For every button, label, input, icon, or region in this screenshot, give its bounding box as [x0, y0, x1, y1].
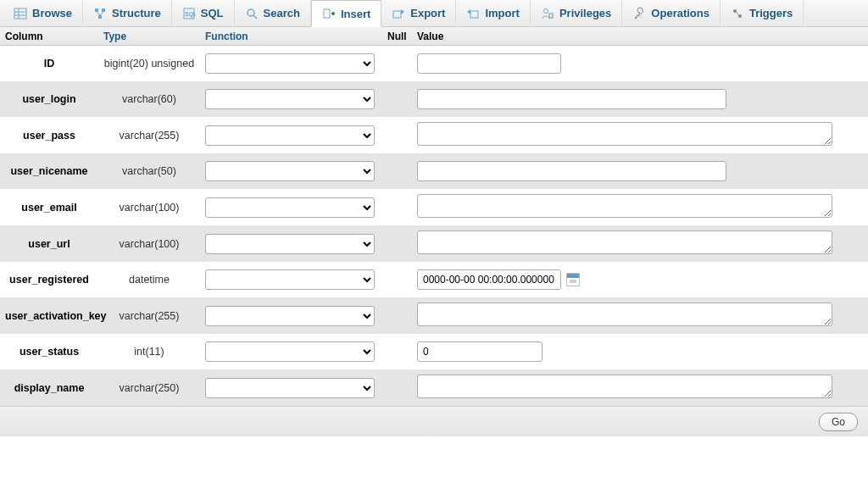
table-row: user_loginvarchar(60)	[0, 81, 868, 117]
column-name: user_nicename	[3, 165, 103, 177]
tab-export[interactable]: Export	[381, 0, 456, 27]
value-input[interactable]	[417, 89, 726, 109]
function-select[interactable]	[205, 125, 375, 146]
tab-label: Privileges	[559, 7, 611, 19]
table-row: user_registereddatetime	[0, 262, 868, 297]
svg-point-11	[248, 9, 254, 16]
tab-browse[interactable]: Browse	[3, 0, 83, 27]
column-type: varchar(60)	[103, 93, 205, 105]
tab-structure[interactable]: Structure	[83, 0, 172, 27]
column-type: varchar(250)	[103, 382, 205, 394]
value-cell	[417, 194, 865, 220]
value-cell	[417, 341, 865, 362]
value-input[interactable]	[417, 341, 542, 362]
column-type: varchar(100)	[103, 238, 205, 250]
table-row: user_nicenamevarchar(50)	[0, 153, 868, 189]
tab-triggers[interactable]: Triggers	[721, 0, 804, 27]
value-textarea[interactable]	[417, 194, 832, 218]
header-function[interactable]: Function	[205, 31, 387, 42]
value-input[interactable]	[417, 53, 561, 74]
function-select[interactable]	[205, 197, 375, 218]
insert-icon	[322, 7, 336, 20]
tab-bar: Browse Structure SQL SQL Search Insert E…	[0, 0, 868, 27]
column-name: user_email	[3, 202, 103, 214]
svg-rect-13	[324, 9, 330, 18]
svg-rect-17	[470, 11, 478, 18]
table-row: display_namevarchar(250)	[0, 369, 868, 406]
column-name: user_pass	[3, 130, 103, 142]
triggers-icon	[731, 7, 744, 20]
column-type: varchar(100)	[103, 202, 205, 214]
column-type: varchar(255)	[103, 310, 205, 322]
structure-icon	[93, 7, 107, 20]
function-select[interactable]	[205, 269, 375, 290]
value-cell	[417, 230, 865, 257]
column-type: int(11)	[103, 346, 205, 358]
value-input[interactable]	[417, 161, 726, 181]
value-cell	[417, 303, 865, 329]
tab-import[interactable]: Import	[456, 0, 530, 27]
tab-insert[interactable]: Insert	[311, 0, 381, 27]
function-select[interactable]	[205, 89, 375, 109]
svg-point-18	[543, 8, 548, 13]
svg-line-12	[253, 15, 257, 19]
function-select[interactable]	[205, 341, 375, 362]
function-select[interactable]	[205, 306, 375, 326]
table-header: Column Type Function Null Value	[0, 27, 868, 46]
column-name: ID	[3, 58, 103, 69]
value-input[interactable]	[417, 269, 561, 290]
column-name: user_registered	[3, 274, 103, 286]
tab-label: Structure	[112, 7, 161, 19]
tab-label: Triggers	[749, 7, 793, 19]
value-cell	[417, 269, 865, 290]
tab-sql[interactable]: SQL SQL	[172, 0, 235, 27]
tab-search[interactable]: Search	[235, 0, 311, 27]
svg-rect-0	[14, 8, 26, 19]
calendar-icon[interactable]	[566, 273, 580, 286]
value-textarea[interactable]	[417, 230, 832, 254]
table-row: IDbigint(20) unsigned	[0, 46, 868, 81]
value-textarea[interactable]	[417, 375, 832, 398]
footer-bar: Go	[0, 406, 868, 436]
table-row: user_activation_keyvarchar(255)	[0, 297, 868, 334]
value-textarea[interactable]	[417, 303, 832, 326]
svg-rect-16	[393, 11, 401, 18]
svg-rect-5	[102, 8, 105, 12]
tab-privileges[interactable]: Privileges	[531, 0, 622, 27]
column-type: varchar(50)	[103, 165, 205, 177]
go-button[interactable]: Go	[819, 413, 858, 431]
function-select[interactable]	[205, 378, 375, 398]
tab-label: Operations	[651, 7, 709, 19]
function-select[interactable]	[205, 161, 375, 181]
column-name: user_activation_key	[3, 310, 103, 322]
svg-line-7	[97, 12, 100, 15]
tab-label: Export	[410, 7, 445, 19]
tab-label: SQL	[201, 7, 224, 19]
svg-rect-6	[98, 15, 102, 19]
column-type: varchar(255)	[103, 130, 205, 142]
function-select[interactable]	[205, 234, 375, 254]
header-column: Column	[3, 31, 103, 42]
column-name: user_status	[3, 346, 103, 358]
table-icon	[14, 7, 27, 20]
sql-icon: SQL	[182, 7, 196, 20]
header-type[interactable]: Type	[103, 31, 205, 42]
search-icon	[245, 7, 259, 20]
table-row: user_emailvarchar(100)	[0, 189, 868, 225]
header-value: Value	[417, 31, 868, 42]
tab-operations[interactable]: Operations	[622, 0, 721, 27]
tab-label: Search	[264, 7, 300, 19]
table-row: user_statusint(11)	[0, 334, 868, 369]
column-name: user_url	[3, 238, 103, 250]
header-null: Null	[387, 31, 417, 42]
function-select[interactable]	[205, 53, 375, 74]
privileges-icon	[541, 7, 554, 20]
column-type: bigint(20) unsigned	[103, 58, 205, 69]
value-textarea[interactable]	[417, 122, 832, 146]
value-cell	[417, 53, 865, 74]
tab-label: Insert	[341, 8, 370, 20]
svg-rect-4	[95, 8, 98, 12]
table-row: user_passvarchar(255)	[0, 117, 868, 153]
wrench-icon	[632, 7, 646, 20]
value-cell	[417, 161, 865, 181]
